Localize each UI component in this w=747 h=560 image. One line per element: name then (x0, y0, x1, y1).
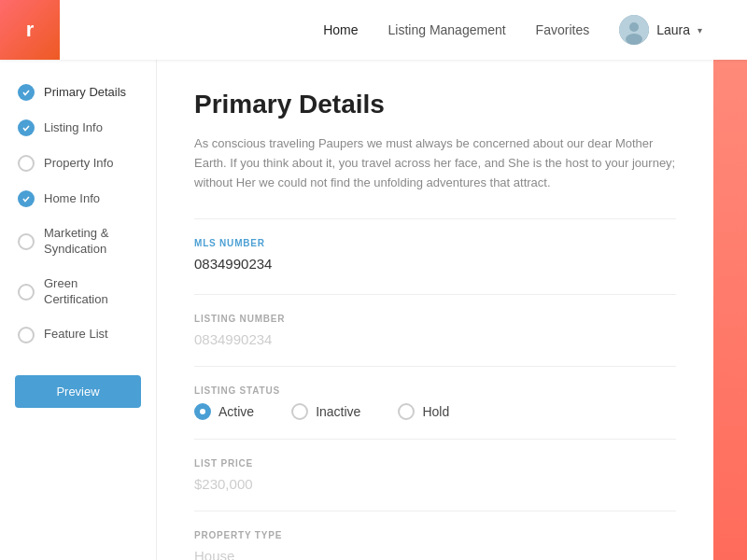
user-name: Laura (656, 22, 690, 37)
label-list-price: LIST PRICE (194, 458, 676, 469)
preview-button[interactable]: Preview (15, 375, 141, 408)
radio-label-inactive: Inactive (316, 404, 360, 419)
preview-button-wrap: Preview (0, 360, 156, 423)
chevron-down-icon: ▾ (698, 25, 702, 35)
field-mls-number: MLS NUMBER 0834990234 (194, 218, 676, 294)
nav-home[interactable]: Home (323, 22, 358, 37)
page-title: Primary Details (194, 90, 676, 119)
sidebar: Primary Details Listing Info Property In… (0, 60, 157, 560)
sidebar-item-listing-info[interactable]: Listing Info (0, 110, 156, 146)
value-mls-number[interactable]: 0834990234 (194, 256, 676, 272)
sidebar-item-feature-list[interactable]: Feature List (0, 317, 156, 353)
check-icon-primary-details (18, 84, 35, 101)
nav-favorites[interactable]: Favorites (536, 22, 590, 37)
label-listing-number: LISTING NUMBER (194, 314, 676, 324)
sidebar-item-marketing[interactable]: Marketing & Syndication (0, 217, 156, 267)
empty-circle-green-cert (18, 284, 35, 301)
main-content: Primary Details As conscious traveling P… (157, 60, 713, 560)
field-listing-status: LISTING STATUS Active Inactive Hold (194, 366, 676, 439)
field-listing-number: LISTING NUMBER 0834990234 (194, 294, 676, 366)
label-listing-status: LISTING STATUS (194, 385, 676, 396)
sidebar-label-feature-list: Feature List (44, 327, 108, 343)
label-property-type: PROPERTY TYPE (194, 530, 676, 540)
avatar (619, 15, 649, 45)
radio-button-hold[interactable] (398, 403, 415, 420)
placeholder-list-price[interactable]: $230,000 (194, 476, 676, 492)
page-description: As conscious traveling Paupers we must a… (194, 134, 676, 192)
sidebar-label-green-cert: Green Certification (44, 276, 141, 308)
field-list-price: LIST PRICE $230,000 (194, 439, 676, 511)
top-bar-left: r (0, 0, 60, 60)
sidebar-label-property-info: Property Info (44, 156, 113, 172)
sidebar-label-primary-details: Primary Details (44, 85, 126, 101)
nav-listing-management[interactable]: Listing Management (388, 22, 506, 37)
radio-active[interactable]: Active (194, 403, 254, 420)
logo[interactable]: r (0, 0, 60, 60)
radio-button-inactive[interactable] (291, 403, 308, 420)
sidebar-label-marketing: Marketing & Syndication (44, 226, 141, 258)
label-mls-number: MLS NUMBER (194, 238, 676, 248)
placeholder-property-type[interactable]: House (194, 548, 676, 560)
sidebar-item-green-cert[interactable]: Green Certification (0, 267, 156, 317)
empty-circle-feature-list (18, 327, 35, 343)
radio-label-active: Active (218, 404, 254, 419)
check-icon-listing-info (18, 119, 35, 136)
top-nav: Home Listing Management Favorites Laura … (323, 15, 725, 45)
svg-point-1 (629, 22, 639, 32)
field-property-type: PROPERTY TYPE House (194, 511, 676, 560)
sidebar-label-listing-info: Listing Info (44, 120, 103, 136)
layout: Primary Details Listing Info Property In… (0, 60, 747, 560)
top-bar: r Home Listing Management Favorites Laur… (0, 0, 747, 60)
svg-point-2 (626, 34, 642, 45)
radio-hold[interactable]: Hold (398, 403, 449, 420)
sidebar-item-property-info[interactable]: Property Info (0, 146, 156, 181)
check-icon-home-info (18, 190, 35, 207)
radio-inactive[interactable]: Inactive (291, 403, 360, 420)
radio-label-hold: Hold (422, 404, 449, 419)
sidebar-label-home-info: Home Info (44, 191, 100, 207)
sidebar-item-primary-details[interactable]: Primary Details (0, 75, 156, 110)
empty-circle-marketing (18, 233, 35, 250)
logo-letter: r (26, 18, 35, 42)
sidebar-item-home-info[interactable]: Home Info (0, 181, 156, 217)
empty-circle-property-info (18, 155, 35, 172)
radio-button-active[interactable] (194, 403, 211, 420)
placeholder-listing-number[interactable]: 0834990234 (194, 331, 676, 347)
radio-group-listing-status: Active Inactive Hold (194, 403, 676, 420)
right-decoration (713, 60, 747, 560)
user-menu[interactable]: Laura ▾ (619, 15, 702, 45)
